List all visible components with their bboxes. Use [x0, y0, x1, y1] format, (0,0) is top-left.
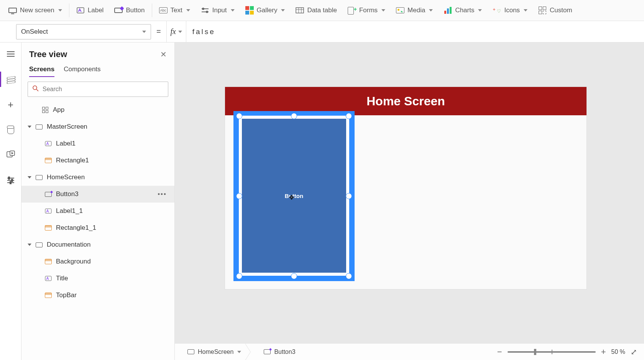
- media-rail-icon: [7, 151, 15, 160]
- rail-media[interactable]: [0, 147, 21, 163]
- equals-sign: =: [151, 27, 166, 36]
- data-table-icon: [296, 6, 304, 15]
- charts-icon: [444, 7, 452, 14]
- tree-item-label1_1[interactable]: Label1_1: [21, 203, 174, 219]
- database-icon: [7, 126, 14, 134]
- chevron-down-icon: [178, 31, 182, 33]
- button-control[interactable]: Button: [242, 119, 346, 273]
- fx-icon: fx: [170, 27, 176, 36]
- zoom-out-button[interactable]: −: [497, 347, 502, 357]
- left-rail: +: [0, 43, 21, 360]
- screen-icon: [36, 175, 43, 180]
- gallery-icon: [245, 6, 254, 15]
- insert-button-button[interactable]: Button: [109, 0, 150, 21]
- breadcrumb-screen-label: HomeScreen: [198, 349, 233, 355]
- insert-label-text: Label: [88, 7, 104, 14]
- canvas-area[interactable]: Home Screen Button ✥ HomeScreen: [175, 43, 644, 360]
- tree-item-title[interactable]: Title: [21, 270, 174, 287]
- tree-search[interactable]: [28, 82, 168, 97]
- insert-forms-label: Forms: [359, 7, 378, 14]
- tree-item-masterscreen[interactable]: MasterScreen: [21, 118, 174, 135]
- zoom-thumb[interactable]: [534, 349, 536, 355]
- tab-screens[interactable]: Screens: [29, 65, 54, 77]
- breadcrumb-control[interactable]: Button3: [258, 344, 301, 360]
- button-text: Button: [285, 193, 303, 199]
- insert-icons-menu[interactable]: Icons: [487, 0, 533, 21]
- insert-media-label: Media: [407, 7, 425, 14]
- tab-components[interactable]: Components: [64, 65, 100, 77]
- resize-handle-ml[interactable]: [236, 193, 242, 199]
- button-icon: [264, 349, 271, 354]
- insert-media-menu[interactable]: Media: [391, 0, 438, 21]
- plus-icon: +: [8, 99, 13, 111]
- layers-icon: [7, 75, 15, 83]
- zoom-slider[interactable]: [508, 351, 596, 353]
- rectangle-icon: [45, 225, 52, 231]
- search-input[interactable]: [43, 86, 163, 93]
- tree-item-label: Background: [56, 258, 91, 265]
- resize-handle-bm[interactable]: [291, 273, 297, 279]
- property-selector[interactable]: OnSelect: [16, 24, 151, 39]
- tree-item-label1[interactable]: Label1: [21, 135, 174, 152]
- label-icon: [44, 208, 52, 214]
- rail-insert[interactable]: +: [0, 97, 21, 112]
- expand-caret-icon[interactable]: [28, 126, 31, 128]
- screen-icon: [36, 242, 43, 247]
- close-panel-button[interactable]: ✕: [160, 50, 167, 59]
- rail-tree-view[interactable]: [0, 72, 21, 87]
- insert-gallery-menu[interactable]: Gallery: [240, 0, 291, 21]
- resize-handle-tl[interactable]: [236, 113, 242, 119]
- selection-outline[interactable]: Button ✥: [233, 111, 355, 281]
- rail-data[interactable]: [0, 122, 21, 137]
- insert-datatable-button[interactable]: Data table: [290, 0, 342, 21]
- tree-item-rectangle1[interactable]: Rectangle1: [21, 152, 174, 169]
- insert-input-menu[interactable]: Input: [196, 0, 240, 21]
- tree-item-label: HomeScreen: [47, 173, 85, 181]
- resize-handle-bl[interactable]: [236, 273, 242, 279]
- tree-item-background[interactable]: Background: [21, 253, 174, 270]
- tree-item-documentation[interactable]: Documentation: [21, 236, 174, 253]
- button-icon: [114, 8, 123, 13]
- insert-gallery-label: Gallery: [257, 7, 278, 14]
- more-options-button[interactable]: •••: [158, 190, 167, 198]
- resize-handle-br[interactable]: [346, 273, 352, 279]
- status-bar: HomeScreen Button3 − + 50 % ⤢: [175, 343, 644, 360]
- fullscreen-button[interactable]: ⤢: [631, 347, 637, 357]
- insert-label-button[interactable]: Label: [71, 0, 109, 21]
- fx-button[interactable]: fx: [166, 21, 186, 43]
- screen-header-title: Home Screen: [366, 94, 445, 108]
- breadcrumb-screen[interactable]: HomeScreen: [182, 344, 246, 360]
- tree-item-app[interactable]: App: [21, 101, 174, 118]
- chevron-down-icon: [524, 9, 527, 11]
- formula-input[interactable]: false: [186, 21, 644, 42]
- insert-forms-menu[interactable]: Forms: [342, 0, 391, 21]
- rail-hamburger[interactable]: [0, 46, 21, 62]
- resize-handle-mr[interactable]: [346, 193, 352, 199]
- resize-handle-tr[interactable]: [346, 113, 352, 119]
- new-screen-menu[interactable]: New screen: [3, 0, 67, 21]
- tree-item-homescreen[interactable]: HomeScreen: [21, 169, 174, 186]
- insert-text-menu[interactable]: Abc Text: [154, 0, 196, 21]
- expand-caret-icon[interactable]: [28, 176, 31, 178]
- rail-advanced[interactable]: [0, 173, 21, 188]
- insert-custom-menu[interactable]: Custom: [533, 0, 578, 21]
- icons-icon: [493, 7, 501, 14]
- chevron-down-icon: [186, 9, 190, 11]
- rectangle-icon: [45, 158, 52, 163]
- button-icon: [45, 192, 52, 197]
- expand-caret-icon[interactable]: [28, 244, 31, 246]
- custom-icon: [539, 7, 546, 14]
- tree-item-rectangle1_1[interactable]: Rectangle1_1: [21, 219, 174, 236]
- tree-item-label: TopBar: [56, 291, 77, 299]
- tree-item-topbar[interactable]: TopBar: [21, 287, 174, 304]
- tree-item-label: App: [53, 106, 64, 114]
- tree-item-button3[interactable]: Button3 •••: [21, 186, 174, 203]
- insert-charts-menu[interactable]: Charts: [438, 0, 487, 21]
- breadcrumb-control-label: Button3: [274, 349, 295, 355]
- resize-handle-tm[interactable]: [291, 113, 297, 119]
- tree-item-label: Title: [56, 275, 68, 282]
- sliders-icon: [7, 178, 14, 183]
- chevron-down-icon: [381, 9, 385, 11]
- insert-icons-label: Icons: [504, 7, 520, 14]
- zoom-in-button[interactable]: +: [601, 347, 606, 357]
